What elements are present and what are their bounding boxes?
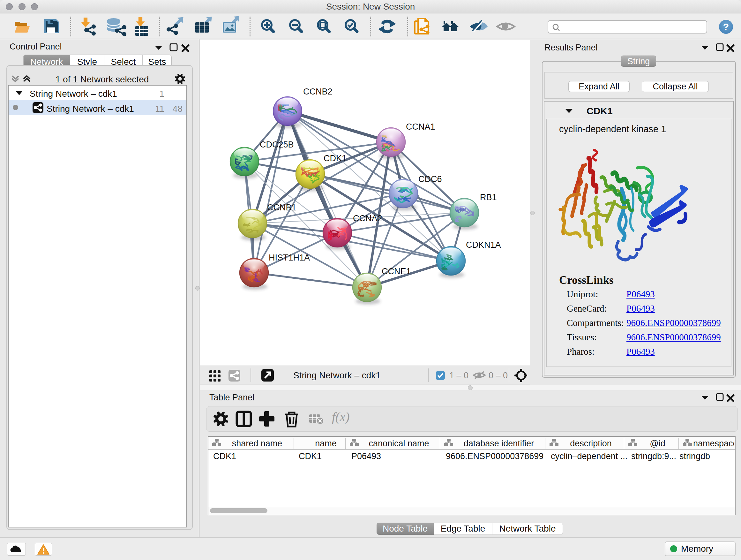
svg-text:CCNB2: CCNB2 [303, 87, 333, 97]
svg-text:CCNB1: CCNB1 [267, 203, 296, 212]
svg-text:CDC6: CDC6 [418, 174, 442, 184]
svg-text:HIST1H1A: HIST1H1A [269, 253, 310, 262]
svg-text:CDKN1A: CDKN1A [466, 240, 501, 250]
svg-text:CCNE1: CCNE1 [382, 266, 411, 276]
svg-text:CCNA1: CCNA1 [406, 122, 435, 132]
svg-text:CDC25B: CDC25B [260, 140, 294, 149]
svg-text:RB1: RB1 [480, 192, 497, 202]
svg-text:CDK1: CDK1 [324, 153, 347, 163]
svg-text:CCNA2: CCNA2 [353, 213, 382, 223]
